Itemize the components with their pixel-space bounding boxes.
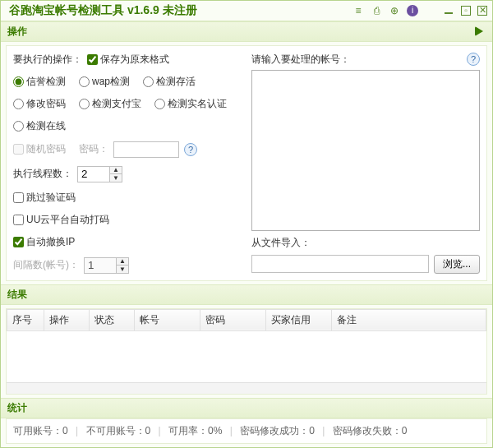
operation-label: 要执行的操作： [13,53,82,67]
operation-right: 请输入要处理的帐号： ? 从文件导入： 浏览... [251,53,480,274]
pwd-help-icon[interactable]: ? [184,143,197,156]
auto-change-ip-checkbox[interactable]: 自动撤换IP [13,235,75,249]
operation-title: 操作 [7,25,27,39]
radio-realname[interactable]: 检测实名认证 [154,97,227,111]
pwd-input [113,141,179,158]
col-op[interactable]: 操作 [44,309,90,330]
operation-header: 操作 [1,21,492,42]
stats-title: 统计 [7,401,27,415]
stat-pwdok-label: 密码修改成功： [240,425,309,436]
stat-pwdfail-label: 密码修改失败： [333,425,402,436]
accounts-label: 请输入要处理的帐号： [251,53,350,67]
uu-platform-checkbox[interactable]: UU云平台自动打码 [13,213,109,227]
accounts-textarea[interactable] [251,70,480,231]
stat-rate-label: 可用率： [168,425,208,436]
stats-panel: 可用账号：0 | 不可用账号：0 | 可用率：0% | 密码修改成功：0 | 密… [6,418,487,444]
app-window: 谷跑淘宝帐号检测工具 v1.6.9 未注册 ≡ ⎙ ⊕ i ▫ ✕ 操作 要执行… [0,0,493,448]
info-icon[interactable]: i [407,5,418,16]
thread-spinner[interactable]: ▲▼ [77,166,122,182]
col-password[interactable]: 密码 [200,309,266,330]
interval-up: ▲ [117,258,128,266]
random-pwd-checkbox[interactable]: 随机密码 [13,142,66,156]
col-status[interactable]: 状态 [90,309,135,330]
results-header: 结果 [1,284,492,305]
thread-down[interactable]: ▼ [110,174,122,182]
browse-button[interactable]: 浏览... [434,255,480,274]
interval-label: 间隔数(帐号)： [13,258,79,272]
stat-pwdok-val: 0 [309,425,315,436]
import-path-input[interactable] [251,255,429,273]
preserve-format-input[interactable] [87,54,98,65]
col-index[interactable]: 序号 [7,309,44,330]
operation-left: 要执行的操作： 保存为原来格式 信誉检测 wap检测 检测存活 修改密码 检测支… [13,53,243,274]
print-icon[interactable]: ⎙ [371,5,382,16]
maximize-button[interactable]: ▫ [461,6,471,16]
titlebar: 谷跑淘宝帐号检测工具 v1.6.9 未注册 ≡ ⎙ ⊕ i ▫ ✕ [1,1,492,21]
stat-usable-label: 可用账号： [13,425,62,436]
play-icon [475,26,483,36]
operation-panel: 要执行的操作： 保存为原来格式 信誉检测 wap检测 检测存活 修改密码 检测支… [6,45,487,281]
interval-input [84,257,117,274]
thread-input[interactable] [77,166,110,182]
radio-changepwd[interactable]: 修改密码 [13,97,66,111]
pwd-label: 密码： [79,142,108,156]
stat-usable-val: 0 [62,425,68,436]
stat-pwdfail-val: 0 [402,425,408,436]
preserve-format-label: 保存为原来格式 [100,53,169,67]
results-table: 序号 操作 状态 帐号 密码 买家信用 备注 [7,309,486,331]
app-title: 谷跑淘宝帐号检测工具 v1.6.9 未注册 [9,3,352,18]
interval-down: ▼ [117,266,128,273]
skip-captcha-checkbox[interactable]: 跳过验证码 [13,191,76,205]
results-table-wrap[interactable]: 序号 操作 状态 帐号 密码 买家信用 备注 [7,309,486,382]
stat-unusable-val: 0 [145,425,151,436]
preserve-format-checkbox[interactable]: 保存为原来格式 [87,53,169,67]
col-remark[interactable]: 备注 [332,309,486,330]
stat-rate-val: 0% [208,425,222,436]
radio-alive[interactable]: 检测存活 [143,75,196,89]
radio-wap[interactable]: wap检测 [79,75,130,89]
radio-credit[interactable]: 信誉检测 [13,75,66,89]
stat-unusable-label: 不可用账号： [86,425,145,436]
stats-header: 统计 [1,398,492,418]
results-title: 结果 [7,288,27,302]
interval-spinner: ▲▼ [84,257,129,274]
minimize-button[interactable] [443,5,454,16]
col-credit[interactable]: 买家信用 [266,309,332,330]
table-header-row: 序号 操作 状态 帐号 密码 买家信用 备注 [7,309,486,330]
run-button[interactable] [472,25,486,38]
globe-icon[interactable]: ⊕ [389,5,400,16]
thread-up[interactable]: ▲ [110,167,122,174]
import-label: 从文件导入： [251,236,311,250]
close-button[interactable]: ✕ [477,6,487,16]
horizontal-scrollbar[interactable] [7,382,486,394]
radio-alipay[interactable]: 检测支付宝 [79,97,141,111]
results-panel: 序号 操作 状态 帐号 密码 买家信用 备注 [6,308,487,395]
titlebar-icons: ≡ ⎙ ⊕ i ▫ ✕ [352,5,487,16]
radio-online[interactable]: 检测在线 [13,119,66,133]
accounts-help-icon[interactable]: ? [467,53,480,66]
list-icon[interactable]: ≡ [352,5,364,16]
thread-label: 执行线程数： [13,167,72,181]
col-account[interactable]: 帐号 [135,309,200,330]
